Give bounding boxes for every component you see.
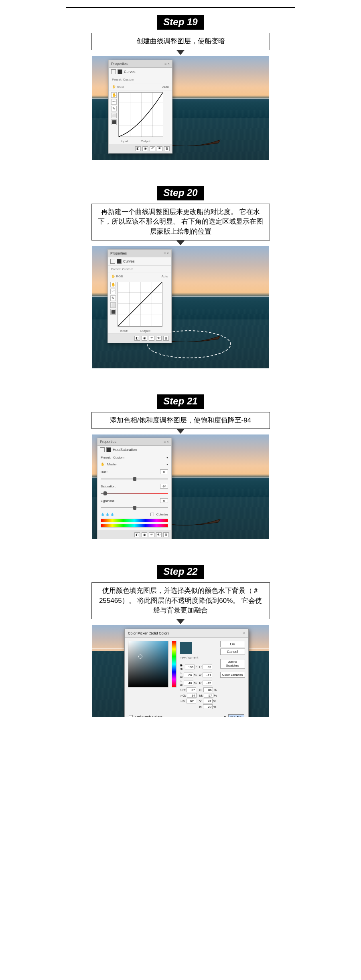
illustration-21: Properties≡ × Hue/Saturation Preset:Cust…: [92, 434, 269, 539]
illustration-19: Properties≡ × Curves Preset: Custom ✋ RG…: [92, 56, 269, 160]
step-label-19: Step 19: [157, 15, 204, 30]
step-desc-19: 创建曲线调整图层，使船变暗: [91, 33, 270, 50]
color-field[interactable]: [128, 641, 168, 687]
curve-graph[interactable]: [118, 282, 162, 327]
color-picker-dialog: Color Picker (Solid Color)× new / curren…: [124, 629, 249, 717]
adjustment-icon: [111, 69, 116, 74]
web-colors-checkbox[interactable]: [129, 715, 133, 717]
hex-value[interactable]: 255465: [228, 714, 244, 717]
pointer-icon: [176, 240, 185, 245]
hue-slider[interactable]: [101, 477, 168, 481]
close-icon[interactable]: ×: [243, 631, 245, 635]
svg-line-0: [118, 282, 162, 326]
lightness-value[interactable]: 0: [160, 498, 168, 503]
pointer-icon: [176, 50, 185, 55]
properties-panel-curves-2: Properties≡ × Curves Preset: Custom ✋ RG…: [107, 249, 172, 343]
panel-footer[interactable]: ◧◉↶👁🗑: [109, 144, 172, 153]
step-label-20: Step 20: [157, 186, 204, 200]
illustration-22: Color Picker (Solid Color)× new / curren…: [92, 625, 269, 717]
panel-menu-icon[interactable]: ≡ ×: [164, 251, 169, 255]
color-values[interactable]: ◉ H: °L: ○ S: %a: ○ B: %b: ○ R: C: % ○ G…: [180, 663, 217, 709]
curve-tools[interactable]: ✋〰✎⬜⬛: [110, 282, 116, 327]
panel-menu-icon[interactable]: ≡ ×: [164, 440, 169, 444]
cancel-button[interactable]: Cancel: [220, 649, 245, 655]
new-color-swatch: [180, 642, 192, 648]
ok-button[interactable]: OK: [220, 641, 245, 647]
curve-tools[interactable]: ✋〰✎⬜⬛: [111, 92, 117, 137]
step-desc-21: 添加色相/饱和度调整图层，使饱和度值降至-94: [91, 412, 270, 429]
dialog-title: Color Picker (Solid Color): [128, 631, 169, 635]
color-libraries-button[interactable]: Color Libraries: [220, 672, 245, 678]
step-desc-20: 再新建一个曲线调整图层来更改船的对比度。 它在水下，所以应该不那么明显。 右下角…: [91, 204, 270, 240]
saturation-slider[interactable]: [101, 492, 168, 495]
add-swatches-button[interactable]: Add to Swatches: [220, 659, 245, 669]
panel-title: Properties: [111, 62, 128, 66]
pointer-icon: [176, 619, 185, 624]
adjustment-type: Curves: [124, 70, 136, 74]
properties-panel-curves: Properties≡ × Curves Preset: Custom ✋ RG…: [108, 60, 172, 154]
saturation-value[interactable]: -94: [160, 484, 168, 489]
hue-value[interactable]: 0: [160, 469, 168, 474]
mask-icon: [118, 69, 122, 74]
hue-strip[interactable]: [172, 641, 176, 687]
illustration-20: Properties≡ × Curves Preset: Custom ✋ RG…: [92, 246, 269, 368]
current-color-swatch: [180, 648, 192, 654]
lightness-slider[interactable]: [101, 506, 168, 509]
step-label-22: Step 22: [157, 565, 204, 579]
step-desc-22: 使用颜色填充图层，并选择类似的颜色水下背景（＃255465）。 将此图层的不透明…: [91, 582, 270, 619]
properties-panel-hue-sat: Properties≡ × Hue/Saturation Preset:Cust…: [97, 438, 172, 539]
panel-menu-icon[interactable]: ≡ ×: [164, 62, 170, 66]
curve-graph[interactable]: [118, 92, 163, 137]
pointer-icon: [176, 429, 185, 434]
step-label-21: Step 21: [157, 394, 204, 409]
divider: [66, 7, 295, 11]
